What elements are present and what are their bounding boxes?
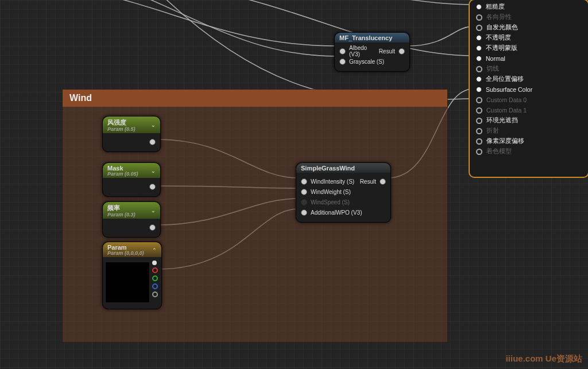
pin-label: 自发光颜色 (486, 24, 518, 32)
material-pin[interactable]: 不透明度 (470, 33, 587, 43)
material-pin[interactable]: 切线 (470, 64, 587, 74)
pin-output-a[interactable] (152, 292, 158, 297)
pin-label: Subsurface Color (486, 86, 532, 93)
pin-label: Custom Data 1 (486, 107, 527, 114)
pin-empty-icon (476, 118, 482, 124)
chevron-down-icon[interactable]: ⌄ (151, 168, 156, 174)
pin-label: Grayscale (S) (349, 59, 384, 65)
pin-label: Custom Data 0 (486, 96, 527, 103)
pin-empty-icon (476, 14, 482, 21)
pin-empty-icon (476, 107, 482, 114)
pin-output-g[interactable] (152, 275, 158, 281)
node-title: 风强度 (107, 119, 126, 126)
material-pin[interactable]: 着色模型 (470, 146, 587, 157)
pin-label: 不透明蒙版 (486, 44, 517, 52)
pin-label: Albedo (V3) (349, 45, 379, 57)
pin-label: 折射 (486, 127, 499, 135)
pin-connected-icon (476, 45, 482, 51)
pin-connected-icon (476, 56, 482, 61)
pin-empty-icon (476, 25, 482, 31)
chevron-down-icon[interactable]: ⌄ (151, 208, 156, 213)
pin-label: Result (379, 48, 395, 55)
node-simple-grass-wind[interactable]: SimpleGrassWind WindIntensity (S) Result… (296, 162, 391, 223)
material-pin[interactable]: 不透明蒙版 (470, 43, 587, 53)
chevron-down-icon[interactable]: ⌄ (151, 122, 156, 128)
node-subtitle: Param (0.3) (107, 212, 136, 217)
node-param-mask[interactable]: MaskParam (0.05)⌄ (102, 162, 161, 197)
node-param-wind-intensity[interactable]: 风强度Param (0.5)⌄ (102, 116, 161, 152)
node-subtitle: Param (0,0,0,0) (107, 250, 144, 256)
node-title: SimpleGrassWind (301, 165, 355, 172)
pin-empty-icon (476, 66, 482, 72)
pin-empty-icon (476, 138, 482, 145)
material-pin[interactable]: 自发光颜色 (470, 22, 587, 33)
pin-label: 不透明度 (486, 34, 511, 42)
pin-output-rgba[interactable] (152, 261, 157, 265)
material-pin[interactable]: Subsurface Color (470, 84, 587, 95)
material-pin[interactable]: 像素深度偏移 (470, 136, 587, 146)
material-pin[interactable]: 粗糙度 (470, 2, 587, 12)
pin-label: WindSpeed (S) (311, 199, 350, 205)
material-pin[interactable]: Normal (470, 53, 587, 64)
watermark: iiiue.com Ue资源站 (506, 354, 582, 364)
pin-output-b[interactable] (152, 283, 158, 289)
node-param-frequency[interactable]: 频率Param (0.3)⌄ (102, 201, 161, 238)
material-pin[interactable]: Custom Data 1 (470, 105, 587, 115)
node-subtitle: Param (0.05) (107, 171, 138, 177)
node-mf-translucency[interactable]: MF_Translucency Albedo (V3) Result Grays… (334, 32, 410, 72)
node-title: 频率 (107, 204, 120, 211)
material-pin[interactable]: 折射 (470, 126, 587, 136)
material-pin[interactable]: 环境光遮挡 (470, 115, 587, 126)
pin-label: 各向异性 (486, 13, 512, 21)
pin-empty-icon (476, 149, 482, 155)
pin-label: 环境光遮挡 (486, 116, 518, 125)
pin-label: 粗糙度 (486, 3, 505, 11)
pin-connected-icon (476, 76, 482, 82)
pin-label: Result (360, 178, 376, 185)
pin-label: 像素深度偏移 (486, 137, 524, 145)
material-output-panel[interactable]: 粗糙度各向异性自发光颜色不透明度不透明蒙版Normal切线全局位置偏移Subsu… (470, 0, 588, 177)
chevron-up-icon[interactable]: ⌃ (152, 247, 157, 253)
pin-label: Normal (486, 55, 505, 62)
node-title: MF_Translucency (339, 34, 392, 41)
node-subtitle: Param (0.5) (107, 126, 136, 132)
pin-connected-icon (476, 4, 482, 10)
pin-label: 切线 (486, 65, 499, 73)
pin-label: 全局位置偏移 (486, 75, 524, 83)
pin-connected-icon (476, 87, 482, 92)
pin-empty-icon (476, 128, 482, 134)
pin-label: 着色模型 (486, 147, 512, 156)
node-param-vector[interactable]: ParamParam (0,0,0,0)⌃ (102, 242, 162, 309)
material-pin[interactable]: 各向异性 (470, 12, 587, 22)
comment-title: Wind (63, 90, 447, 107)
material-graph-canvas[interactable]: Wind MF_Translucency Albedo (V3) Result … (0, 0, 588, 369)
pin-output-r[interactable] (152, 267, 158, 273)
pin-label: AdditionalWPO (V3) (311, 209, 362, 216)
pin-connected-icon (476, 35, 482, 41)
pin-empty-icon (476, 97, 482, 103)
material-pin[interactable]: Custom Data 0 (470, 95, 587, 105)
pin-label: WindIntensity (S) (311, 178, 354, 185)
material-pin[interactable]: 全局位置偏移 (470, 74, 587, 84)
pin-label: WindWeight (S) (311, 189, 351, 195)
